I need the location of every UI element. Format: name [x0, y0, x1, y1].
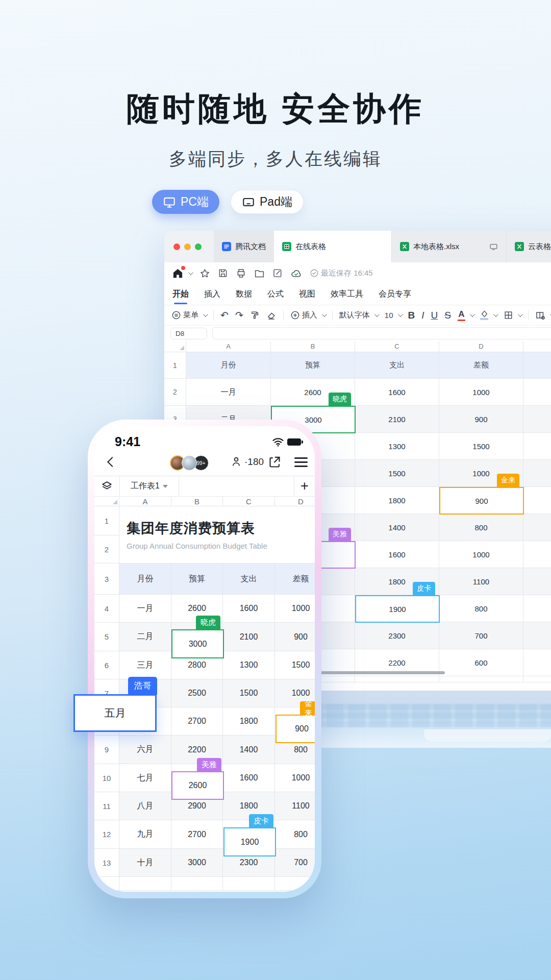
row-number[interactable]: 9 [94, 736, 119, 764]
menu-formula[interactable]: 公式 [267, 284, 284, 305]
cell[interactable]: 1500 [223, 679, 275, 707]
cell[interactable]: 1100 [439, 568, 523, 595]
cell[interactable] [523, 352, 551, 379]
cell[interactable]: 差额 [275, 564, 315, 595]
cell[interactable]: 1300 [355, 433, 439, 460]
row-number[interactable]: 6 [94, 651, 119, 679]
cell[interactable]: 2700 [171, 707, 223, 736]
cell[interactable]: 支出 [355, 352, 439, 379]
column-header[interactable]: B [171, 497, 223, 506]
add-sheet-button[interactable]: + [294, 476, 315, 496]
cell[interactable]: 1600 [223, 595, 275, 623]
editing-cell-float[interactable]: 五月 [73, 694, 157, 732]
close-window-icon[interactable] [173, 243, 180, 250]
cell[interactable]: 三月 [119, 651, 171, 679]
cell[interactable]: 2100 [355, 406, 439, 433]
cell[interactable] [523, 406, 551, 433]
pad-tab-button[interactable]: Pad端 [231, 190, 304, 214]
cell[interactable] [523, 514, 551, 541]
tab-online-sheet[interactable]: 在线表格 [274, 231, 391, 262]
chevron-down-icon[interactable] [188, 270, 193, 275]
merged-title-cell[interactable]: 集团年度消费预算表 Group Annual Consumption Budge… [119, 506, 315, 564]
select-all-corner[interactable] [94, 497, 119, 506]
cell[interactable]: 800 [275, 820, 315, 849]
row-number[interactable]: 3 [94, 564, 119, 595]
cell[interactable]: 1800 [223, 707, 275, 736]
column-header[interactable]: C [355, 341, 439, 352]
menu-view[interactable]: 视图 [299, 284, 315, 305]
row-number[interactable]: 11 [94, 792, 119, 820]
cell[interactable]: 2300 [355, 622, 439, 649]
strikethrough-button[interactable]: S [444, 310, 451, 321]
eraser-icon[interactable] [266, 310, 277, 321]
selected-cell-green[interactable]: 3000 [171, 629, 224, 658]
cell[interactable]: 2100 [223, 623, 275, 651]
font-color-button[interactable]: A [458, 310, 473, 321]
column-header[interactable]: A [186, 341, 271, 352]
row-number[interactable]: 1 [94, 506, 119, 535]
cell[interactable]: 六月 [119, 736, 171, 764]
selected-cell-orange[interactable]: 900 [439, 487, 524, 514]
menu-insert[interactable]: 插入 [204, 284, 220, 305]
cell[interactable]: 1600 [223, 764, 275, 792]
cell[interactable]: 1000 [439, 541, 523, 568]
column-header[interactable] [523, 341, 551, 352]
cell[interactable]: 1300 [223, 651, 275, 679]
borders-button[interactable] [504, 310, 521, 320]
cell[interactable]: 1600 [355, 379, 439, 406]
cell[interactable]: 1000 [439, 379, 523, 406]
cell[interactable]: 900 [439, 406, 523, 433]
cell[interactable] [523, 541, 551, 568]
sheets-layers-icon[interactable] [94, 476, 120, 496]
merge-cells-button[interactable] [535, 310, 551, 321]
selected-cell-orange[interactable]: 900 [276, 715, 315, 743]
column-header[interactable]: B [271, 341, 355, 352]
cell[interactable]: 1800 [355, 487, 439, 514]
selected-cell-cyan[interactable]: 1900 [223, 827, 276, 856]
cell[interactable]: 1400 [223, 736, 275, 764]
row-number[interactable]: 4 [94, 595, 119, 623]
share-icon[interactable] [268, 455, 282, 469]
cell[interactable] [523, 649, 551, 676]
tab-cloud-sheet[interactable]: 云表格.xlsx [506, 231, 551, 262]
menu-member-exclusive[interactable]: 会员专享 [379, 284, 411, 305]
row-number[interactable]: 12 [94, 820, 119, 849]
menu-efficiency-tools[interactable]: 效率工具 [331, 284, 363, 305]
fill-color-button[interactable] [480, 310, 497, 320]
selected-cell-cyan[interactable]: 1900 [355, 595, 440, 623]
italic-button[interactable]: I [421, 310, 424, 321]
cell[interactable]: 七月 [119, 764, 171, 792]
folder-button[interactable] [254, 268, 265, 279]
cell[interactable]: 2500 [171, 679, 223, 707]
cell[interactable]: 700 [275, 849, 315, 877]
cell[interactable]: 700 [439, 622, 523, 649]
row-number[interactable]: 13 [94, 849, 119, 877]
row-number[interactable]: 2 [164, 379, 186, 406]
minimize-window-icon[interactable] [184, 243, 191, 250]
cell[interactable]: 差额 [439, 352, 523, 379]
cell[interactable]: 1500 [439, 433, 523, 460]
column-header[interactable]: D [275, 497, 315, 506]
cell[interactable]: 1600 [355, 541, 439, 568]
collaborator-avatars[interactable]: 99+ [170, 455, 209, 471]
cell[interactable]: 1000 [275, 595, 315, 623]
cell[interactable]: 八月 [119, 792, 171, 820]
cell[interactable] [523, 460, 551, 487]
back-icon[interactable] [107, 457, 117, 467]
cell[interactable]: 1100 [275, 792, 315, 820]
insert-button[interactable]: 插入 [290, 310, 325, 320]
cell[interactable]: 900 [275, 623, 315, 651]
row-number[interactable]: 5 [94, 623, 119, 651]
cell[interactable] [523, 568, 551, 595]
print-button[interactable] [236, 268, 246, 279]
selected-cell-purple[interactable]: 2600 [171, 771, 224, 800]
maximize-window-icon[interactable] [195, 243, 202, 250]
cell[interactable]: 月份 [186, 352, 271, 379]
cell[interactable]: 预算 [171, 564, 223, 595]
favorite-star-button[interactable] [199, 268, 210, 279]
hamburger-menu-icon[interactable] [294, 457, 308, 467]
column-header[interactable]: A [119, 497, 171, 506]
font-family-select[interactable]: 默认字体 [339, 310, 378, 320]
cell[interactable] [523, 379, 551, 406]
cell[interactable] [523, 622, 551, 649]
